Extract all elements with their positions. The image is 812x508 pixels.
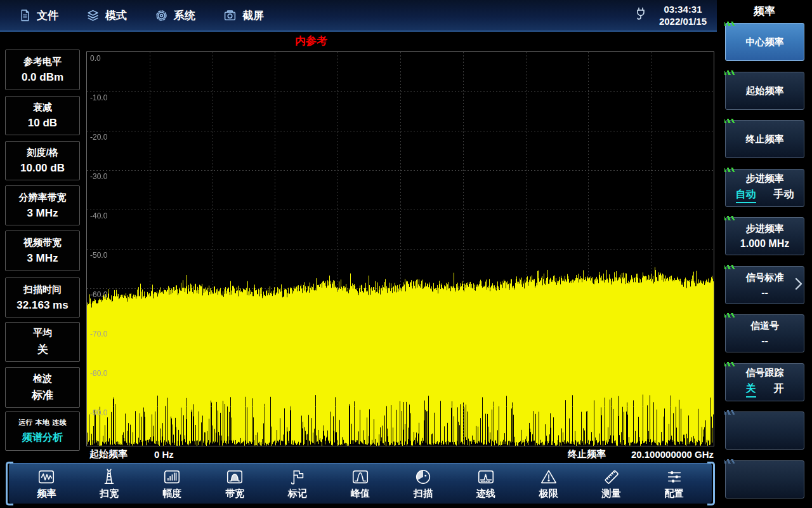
toolbar-item-measure[interactable]: 测量 (602, 467, 621, 500)
corner-marker-icon (724, 70, 735, 75)
softkey-value: -- (761, 287, 768, 298)
toolbar-item-trace[interactable]: 迹线 (476, 467, 495, 500)
camera-icon (223, 9, 237, 22)
top-menu: 文件 模式 系统 截屏 (19, 8, 264, 23)
softkey-signal-tracking[interactable]: 信号跟踪 关 开 (725, 363, 804, 401)
toolbar-item-label: 测量 (602, 488, 621, 500)
menu-item-label: 截屏 (242, 8, 264, 23)
readout-label: 视频带宽 (6, 237, 79, 249)
toolbar-item-label: 扫宽 (100, 488, 119, 500)
mode-name-text: 频谱分析 (6, 431, 79, 444)
spectrum-analyzer-screen: { "top_bar": { "menu": [ {"label":"文件","… (0, 0, 812, 508)
limit-icon (539, 467, 558, 486)
toolbar-item-peak[interactable]: 峰值 (351, 467, 370, 500)
readout-label: 衰减 (6, 102, 79, 114)
measure-icon (602, 467, 621, 486)
readout-value: 3 MHz (6, 207, 79, 220)
chevron-right-icon (794, 277, 803, 293)
toolbar-item-amplitude[interactable]: 幅度 (162, 467, 181, 500)
softkey-center-frequency[interactable]: 中心频率 (725, 23, 804, 61)
toggle-option-auto[interactable]: 自动 (736, 188, 756, 203)
corner-marker-icon (724, 265, 735, 269)
amplitude-icon (162, 467, 181, 486)
readout-value: 关 (6, 342, 79, 357)
softkey-label: 起始频率 (746, 85, 784, 97)
corner-marker-icon (724, 410, 735, 415)
power-plug-icon (634, 6, 649, 25)
readout-value: 标准 (6, 388, 79, 403)
y-axis-tick: -50.0 (90, 251, 107, 260)
toolbar-item-config[interactable]: 配置 (665, 467, 684, 500)
softkey-sidebar: 频率 中心频率 起始频率 终止频率 步进频率 自动 手动 步进频率 1.000 … (717, 0, 812, 508)
reference-source-label: 内参考 (295, 34, 327, 48)
toolbar-item-label: 幅度 (162, 488, 181, 500)
frequency-range-bar: 起始频率 0 Hz 终止频率 20.100000000 GHz (87, 446, 714, 462)
bandwidth-icon (225, 467, 244, 486)
y-axis-tick: -10.0 (90, 93, 107, 102)
y-axis-tick: 0.0 (90, 54, 101, 63)
run-state-text: 运行 本地 连续 (6, 418, 79, 427)
toolbar-item-label: 频率 (37, 488, 56, 500)
toggle-option-on[interactable]: 开 (774, 382, 784, 398)
softkey-stop-frequency[interactable]: 终止频率 (725, 120, 804, 158)
config-icon (665, 467, 684, 486)
corner-marker-icon (724, 216, 735, 220)
readout-value: 3 MHz (6, 252, 79, 265)
softkey-step-frequency-value[interactable]: 步进频率 1.000 MHz (725, 217, 804, 255)
readout-value: 10 dB (6, 117, 79, 130)
menu-item-file[interactable]: 文件 (19, 8, 58, 23)
toggle-option-manual[interactable]: 手动 (774, 188, 794, 203)
span-icon (100, 467, 119, 486)
toolbar-item-sweep[interactable]: 扫描 (414, 467, 433, 500)
sidebar-title: 频率 (717, 4, 812, 18)
toolbar-item-bandwidth[interactable]: 带宽 (225, 467, 244, 500)
toolbar-item-marker[interactable]: 标记 (288, 467, 307, 500)
clock: 03:34:31 2022/01/15 (659, 3, 707, 28)
softkey-channel-number[interactable]: 信道号 -- (725, 314, 804, 352)
y-axis-tick: -60.0 (90, 290, 107, 299)
corner-marker-icon (724, 119, 735, 123)
toolbar-item-label: 配置 (665, 488, 684, 500)
readout-vbw: 视频带宽 3 MHz (5, 231, 80, 271)
toolbar-item-span[interactable]: 扫宽 (100, 467, 119, 500)
y-axis-tick: -20.0 (90, 133, 107, 142)
toolbar-item-label: 扫描 (414, 488, 433, 500)
menu-item-screenshot[interactable]: 截屏 (223, 8, 264, 23)
softkey-empty-1[interactable] (725, 411, 804, 450)
toolbar-item-limit[interactable]: 极限 (539, 467, 558, 500)
y-axis-tick: -30.0 (90, 172, 107, 181)
readout-rbw: 分辨率带宽 3 MHz (5, 185, 80, 225)
toggle-option-off[interactable]: 关 (746, 382, 756, 398)
softkey-step-frequency-mode[interactable]: 步进频率 自动 手动 (725, 169, 804, 207)
softkey-label: 信号标准 (746, 272, 784, 284)
top-bar: 文件 模式 系统 截屏 03:34:31 2022/01/15 (0, 0, 717, 32)
readout-label: 检波 (6, 373, 79, 385)
toolbar-item-label: 迹线 (476, 488, 495, 500)
readout-detector: 检波 标准 (5, 367, 80, 408)
softkey-label: 中心频率 (746, 36, 784, 48)
readout-scale-per-div: 刻度/格 10.00 dB (5, 141, 80, 180)
menu-item-mode[interactable]: 模式 (86, 8, 127, 23)
readout-label: 刻度/格 (6, 147, 79, 159)
toolbar-item-label: 极限 (539, 488, 558, 500)
y-axis-tick: -70.0 (90, 330, 107, 338)
bottom-toolbar: 频率 扫宽 幅度 带宽 标记 峰值 扫描 迹线 极限 测量 配置 (9, 463, 712, 504)
softkey-value: -- (761, 335, 768, 347)
spectrum-display: 0.0 -10.0 -20.0 -30.0 -40.0 -50.0 -60.0 … (86, 51, 714, 446)
softkey-label: 信道号 (750, 320, 779, 332)
toolbar-item-frequency[interactable]: 频率 (37, 467, 56, 500)
y-axis-tick: -40.0 (90, 211, 107, 220)
readout-label: 分辨率带宽 (6, 192, 79, 204)
softkey-start-frequency[interactable]: 起始频率 (725, 72, 804, 110)
softkey-label: 步进频率 (746, 223, 784, 235)
layers-icon (86, 9, 100, 22)
menu-item-system[interactable]: 系统 (155, 8, 195, 23)
readout-value: 32.163 ms (6, 299, 79, 312)
readout-attenuation: 衰减 10 dB (5, 96, 80, 135)
stop-frequency-label: 终止频率 (568, 448, 606, 460)
readout-reference-level: 参考电平 0.0 dBm (5, 50, 80, 90)
softkey-signal-standard[interactable]: 信号标准 -- (725, 266, 804, 304)
corner-marker-icon (724, 362, 735, 366)
softkey-empty-2[interactable] (725, 460, 804, 498)
stop-frequency-value: 20.100000000 GHz (631, 449, 714, 460)
